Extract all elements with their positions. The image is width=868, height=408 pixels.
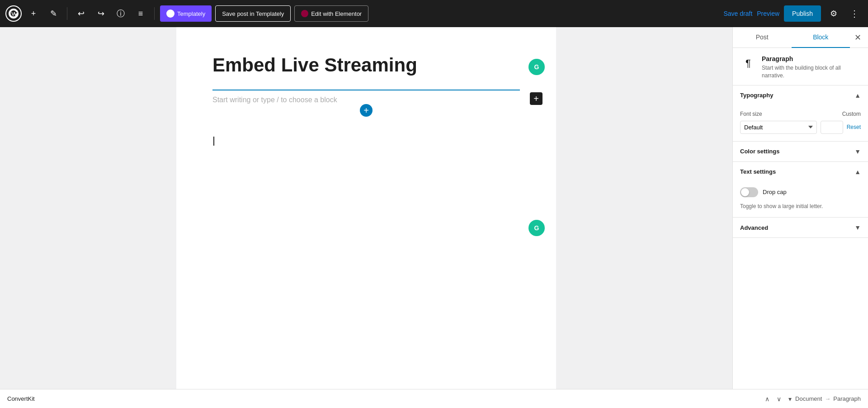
convertkit-expand-button[interactable]: ∨ (773, 394, 785, 404)
grammarly-icon-2: G (534, 224, 539, 232)
breadcrumb-paragraph[interactable]: Paragraph (833, 395, 861, 402)
toolbar-right: Save draft Preview Publish ⚙ ⋮ (723, 5, 863, 22)
font-size-custom-input[interactable] (821, 121, 843, 134)
convertkit-collapse-button[interactable]: ∧ (761, 394, 773, 404)
advanced-section: Advanced ▼ (733, 218, 868, 238)
color-settings-header[interactable]: Color settings ▼ (733, 142, 868, 161)
typography-title: Typography (740, 92, 773, 99)
tab-block[interactable]: Block (792, 27, 850, 48)
publish-button[interactable]: Publish (784, 5, 821, 22)
convertkit-section: ConvertKit ∧ ∨ ▾ (7, 394, 795, 404)
text-settings-header[interactable]: Text settings ▲ (733, 162, 868, 182)
color-settings-section: Color settings ▼ (733, 142, 868, 162)
text-settings-section: Text settings ▲ Drop cap Toggle to show … (733, 162, 868, 218)
close-sidebar-button[interactable]: ✕ (851, 31, 864, 44)
typography-content: Font size Custom DefaultSmallNormalMediu… (733, 105, 868, 141)
advanced-chevron: ▼ (854, 224, 861, 231)
right-sidebar: Post Block ✕ ¶ Paragraph Start with the … (732, 27, 868, 389)
editor-area: Embed Live Streaming G Start writing or … (0, 27, 732, 389)
drop-cap-hint: Toggle to show a large initial letter. (740, 203, 861, 210)
toolbar: + ✎ ↩ ↪ ⓘ ≡ Templately Save post in Temp… (0, 0, 868, 27)
save-draft-button[interactable]: Save draft (723, 10, 752, 17)
post-title[interactable]: Embed Live Streaming (212, 54, 520, 76)
convertkit-label: ConvertKit (7, 395, 761, 402)
settings-button[interactable]: ⚙ (826, 5, 842, 22)
breadcrumb-arrow: → (825, 395, 830, 402)
breadcrumb: Document → Paragraph (795, 395, 861, 402)
typography-chevron-up: ▲ (854, 92, 861, 99)
font-size-controls: DefaultSmallNormalMediumLargeX-Large Res… (740, 121, 861, 134)
block-info-text: Paragraph Start with the building block … (762, 55, 861, 80)
breadcrumb-document[interactable]: Document (795, 395, 822, 402)
block-name: Paragraph (762, 55, 861, 62)
paragraph-icon: ¶ (740, 55, 756, 71)
grammarly-badge-2[interactable]: G (528, 220, 545, 236)
advanced-header[interactable]: Advanced ▼ (733, 218, 868, 237)
tools-button[interactable]: ✎ (45, 5, 61, 22)
list-view-button[interactable]: ≡ (132, 5, 149, 22)
drop-cap-row: Drop cap (740, 184, 861, 201)
text-settings-content: Drop cap Toggle to show a large initial … (733, 182, 868, 218)
reset-font-size-button[interactable]: Reset (847, 124, 861, 130)
templately-label: Templately (177, 10, 205, 17)
tab-post[interactable]: Post (733, 27, 792, 48)
templately-icon (166, 9, 175, 18)
grammarly-icon: G (534, 63, 539, 71)
grammarly-badge-1[interactable]: G (528, 59, 545, 75)
color-settings-title: Color settings (740, 148, 779, 155)
advanced-title: Advanced (740, 224, 768, 231)
add-block-center-button[interactable]: + (360, 104, 373, 117)
color-settings-chevron: ▼ (854, 148, 861, 155)
info-button[interactable]: ⓘ (113, 5, 129, 22)
wp-logo[interactable] (5, 5, 22, 22)
divider2 (154, 7, 155, 20)
text-settings-chevron-up: ▲ (854, 168, 861, 176)
typography-section: Typography ▲ Font size Custom DefaultSma… (733, 85, 868, 142)
font-size-label: Font size (740, 111, 839, 117)
block-area: Start writing or type / to choose a bloc… (212, 90, 520, 109)
text-cursor (213, 137, 214, 146)
drop-cap-toggle[interactable] (740, 187, 758, 197)
custom-label: Custom (842, 111, 861, 117)
templately-button[interactable]: Templately (160, 5, 212, 22)
font-size-select[interactable]: DefaultSmallNormalMediumLargeX-Large (740, 121, 817, 134)
elementor-label: Edit with Elementor (311, 10, 362, 17)
divider (67, 7, 67, 20)
save-templately-button[interactable]: Save post in Templately (215, 5, 291, 22)
undo-button[interactable]: ↩ (73, 5, 89, 22)
text-settings-title: Text settings (740, 168, 776, 175)
block-description: Start with the building block of all nar… (762, 64, 861, 80)
add-block-right-button[interactable]: + (530, 92, 542, 105)
sidebar-tabs: Post Block ✕ (733, 27, 868, 48)
main-layout: Embed Live Streaming G Start writing or … (0, 27, 868, 389)
editor-content: Embed Live Streaming G Start writing or … (176, 27, 556, 389)
more-options-button[interactable]: ⋮ (846, 5, 863, 22)
drop-cap-label: Drop cap (763, 189, 861, 195)
font-size-row: Font size Custom (740, 111, 861, 117)
preview-button[interactable]: Preview (757, 10, 779, 17)
typography-header[interactable]: Typography ▲ (733, 85, 868, 105)
add-block-button[interactable]: + (25, 5, 42, 22)
elementor-button[interactable]: Edit with Elementor (294, 5, 368, 22)
elementor-icon (301, 10, 308, 17)
convertkit-dropdown-button[interactable]: ▾ (785, 394, 795, 404)
block-info: ¶ Paragraph Start with the building bloc… (733, 48, 868, 85)
redo-button[interactable]: ↪ (93, 5, 109, 22)
bottom-bar: ConvertKit ∧ ∨ ▾ Document → Paragraph (0, 389, 868, 408)
